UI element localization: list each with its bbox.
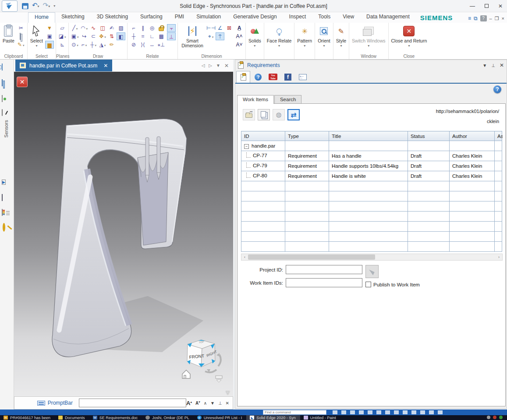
- tangent-arc-icon[interactable]: ↪: [80, 32, 89, 40]
- youtube-icon[interactable]: YouTube: [266, 71, 280, 83]
- graphics-viewport[interactable]: ✕ FRONT RIGHT TOP ▽: [14, 72, 233, 396]
- animation-icon[interactable]: ▶: [2, 179, 12, 188]
- cell-id[interactable]: [241, 242, 285, 252]
- minimize-ribbon-icon[interactable]: –: [489, 16, 492, 21]
- ribbon-tab-inspect[interactable]: Inspect: [283, 12, 312, 23]
- ribbon-tab-view[interactable]: View: [337, 12, 360, 23]
- document-tab[interactable]: handle.par in Coffee Pot.asm ✕: [15, 60, 112, 71]
- view-cube[interactable]: FRONT RIGHT TOP: [180, 335, 223, 384]
- copy-icon[interactable]: [17, 32, 25, 40]
- connect-icon[interactable]: ↔: [148, 41, 156, 49]
- panel-position-icon[interactable]: ▼: [482, 63, 487, 68]
- cell-title[interactable]: [329, 212, 408, 222]
- text-decrease-icon[interactable]: A˅: [235, 41, 244, 49]
- expander-icon[interactable]: −: [244, 144, 249, 149]
- statusbar-icon[interactable]: [341, 410, 346, 414]
- arc-icon[interactable]: ◠: [80, 24, 89, 32]
- cell-type[interactable]: Requirement: [285, 171, 329, 181]
- line-icon[interactable]: ╱: [71, 24, 79, 32]
- taskbar-item[interactable]: Untitled - Paint: [300, 415, 340, 420]
- work-item-row[interactable]: −handle.par: [241, 141, 502, 151]
- taskbar-item[interactable]: WSE Requirements.doc: [89, 415, 142, 420]
- switch-windows-button[interactable]: Switch Windows▾: [351, 24, 386, 49]
- cell-status[interactable]: [408, 242, 450, 252]
- undo-icon[interactable]: ↶▾: [32, 2, 39, 10]
- tray-icon-green[interactable]: [499, 416, 503, 419]
- cell-type[interactable]: [285, 191, 329, 201]
- tangent-icon[interactable]: ⊘: [129, 41, 138, 49]
- column-header-type[interactable]: Type: [285, 131, 329, 141]
- close-promptbar-icon[interactable]: ✕: [226, 401, 229, 406]
- table-horizontal-scrollbar[interactable]: ‹ ›: [241, 254, 503, 261]
- dimension-style-icon[interactable]: ⊠: [225, 24, 234, 32]
- relation-handles-icon[interactable]: ⁎⊥: [157, 41, 166, 49]
- maintain-relationships-icon[interactable]: ⫟: [167, 24, 176, 32]
- cell-status[interactable]: [408, 141, 450, 151]
- plane-more-icon[interactable]: ◪: [58, 32, 67, 40]
- taskbar-item[interactable]: ✉PR#0046617 has been: [0, 415, 55, 420]
- cell-title[interactable]: Handle supports 10lbs/4.54kg: [329, 161, 408, 171]
- cell-title[interactable]: [329, 242, 408, 252]
- refresh-button[interactable]: ⇄: [287, 109, 300, 120]
- column-header-id[interactable]: ID: [241, 131, 285, 141]
- cell-assignee[interactable]: [495, 151, 502, 161]
- distance-between-icon[interactable]: ⊢⊣: [206, 24, 215, 32]
- publish-work-item-button[interactable]: ◍: [273, 109, 285, 120]
- concentric-icon[interactable]: ◎: [148, 24, 156, 32]
- empty-row[interactable]: [241, 191, 502, 201]
- pattern-button[interactable]: ✳ Pattern▾: [296, 24, 313, 49]
- cell-assignee[interactable]: [495, 212, 502, 222]
- cell-status[interactable]: [408, 191, 450, 201]
- circle-icon[interactable]: ⊙: [71, 41, 79, 49]
- work-item-row[interactable]: CP-79RequirementHandle supports 10lbs/4.…: [241, 161, 502, 171]
- ribbon-tab-generative-design[interactable]: Generative Design: [227, 12, 283, 23]
- angle-between-icon[interactable]: ∠: [216, 24, 224, 32]
- viewport-alert-close-button[interactable]: ✕: [17, 77, 28, 87]
- cell-type[interactable]: [285, 242, 329, 252]
- cell-author[interactable]: Charles Klein: [450, 161, 495, 171]
- project-id-input[interactable]: [286, 265, 362, 274]
- face-relate-button[interactable]: ⧬ Face Relate▾: [266, 24, 293, 49]
- cell-author[interactable]: [450, 232, 495, 242]
- cell-assignee[interactable]: [495, 201, 502, 212]
- work-item-row[interactable]: CP-77RequirementHas a handleDraftCharles…: [241, 151, 502, 161]
- cell-type[interactable]: [285, 222, 329, 232]
- cell-title[interactable]: [329, 222, 408, 232]
- cell-title[interactable]: [329, 181, 408, 191]
- promptbar-input[interactable]: [79, 399, 186, 407]
- cell-type[interactable]: [285, 201, 329, 212]
- ribbon-tab-sketching[interactable]: Sketching: [55, 12, 91, 23]
- cell-type[interactable]: [285, 141, 329, 151]
- ribbon-tab-simulation[interactable]: Simulation: [190, 12, 227, 23]
- trim-icon[interactable]: ┼: [89, 41, 98, 49]
- open-work-item-button[interactable]: [243, 109, 255, 120]
- cell-assignee[interactable]: [495, 222, 502, 232]
- empty-row[interactable]: [241, 222, 502, 232]
- coordinate-system-icon[interactable]: ⊾: [58, 41, 67, 49]
- column-header-status[interactable]: Status: [408, 131, 450, 141]
- curve-icon[interactable]: ∿: [89, 24, 98, 32]
- cell-author[interactable]: [450, 191, 495, 201]
- paste-button[interactable]: Paste: [2, 24, 15, 44]
- ribbon-tab-data-management[interactable]: Data Management: [360, 12, 416, 23]
- empty-row[interactable]: [241, 232, 502, 242]
- symmetric-icon[interactable]: ⟩⟨: [138, 41, 147, 49]
- prev-document-icon[interactable]: ◁: [202, 63, 205, 68]
- taskbar-item[interactable]: Joshi, Omkar (DE PL: [142, 415, 194, 420]
- perpendicular-icon[interactable]: ⌐: [129, 24, 138, 32]
- statusbar-icon[interactable]: [376, 410, 381, 414]
- cell-assignee[interactable]: [495, 161, 502, 171]
- cell-status[interactable]: Draft: [408, 161, 450, 171]
- cell-status[interactable]: [408, 232, 450, 242]
- statusbar-icon[interactable]: [420, 410, 425, 414]
- document-tab-close-icon[interactable]: ✕: [103, 63, 108, 69]
- tray-icon-gray[interactable]: [487, 416, 490, 419]
- cell-type[interactable]: Requirement: [285, 151, 329, 161]
- cell-author[interactable]: Charles Klein: [450, 151, 495, 161]
- cell-type[interactable]: [285, 212, 329, 222]
- solids-button[interactable]: Solids▾: [248, 24, 262, 49]
- statusbar-icon[interactable]: [385, 410, 390, 414]
- document-list-icon[interactable]: ▼: [216, 63, 220, 68]
- facebook-icon[interactable]: f: [281, 71, 295, 83]
- tab-search[interactable]: Search: [274, 95, 301, 104]
